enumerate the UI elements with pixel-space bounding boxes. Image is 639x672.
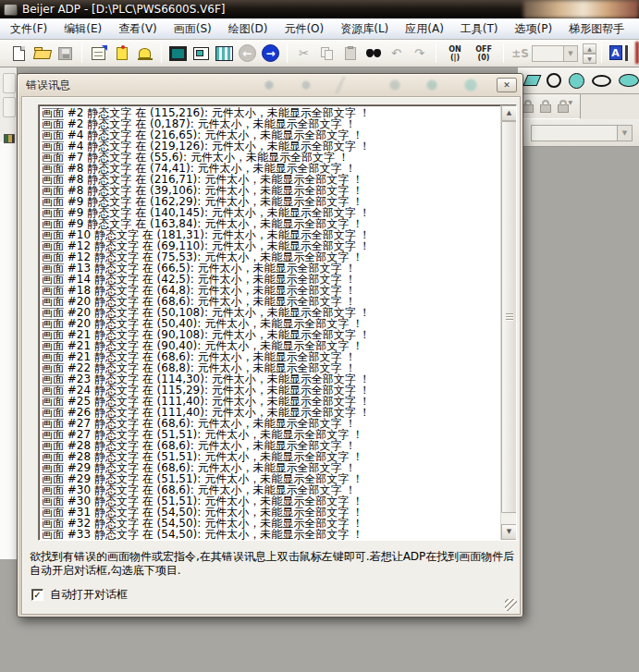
lock-icon[interactable] xyxy=(522,104,534,113)
text-tool-button[interactable]: A xyxy=(607,42,630,65)
toolbox-button[interactable] xyxy=(3,73,16,93)
close-icon: ✕ xyxy=(503,80,510,90)
menu-item[interactable]: 编辑(E) xyxy=(55,18,110,39)
error-listbox[interactable]: 画面 #2 静态文字 在 (115,216): 元件太小，未能显示全部文字 ！画… xyxy=(38,104,517,541)
vertical-scrollbar[interactable]: ▲ ▼ xyxy=(500,105,516,540)
prev-screen-button[interactable]: ← xyxy=(236,42,259,65)
binoculars-icon xyxy=(366,49,381,58)
checkmark-icon: ✓ xyxy=(33,590,41,600)
screen-view-button[interactable] xyxy=(190,42,213,65)
copy-icon xyxy=(321,47,334,60)
cut-icon: ✂ xyxy=(299,46,309,60)
toolbar-edge-artifact xyxy=(635,42,639,64)
cut-button[interactable]: ✂ xyxy=(292,42,315,65)
app-icon xyxy=(4,4,18,16)
dialog-client-area: 画面 #2 静态文字 在 (115,216): 元件太小，未能显示全部文字 ！画… xyxy=(21,96,521,615)
toolbar-separator xyxy=(287,43,288,63)
dialog-close-button[interactable]: ✕ xyxy=(497,78,517,92)
menu-item[interactable]: 查看(V) xyxy=(110,18,166,39)
scroll-up-icon: ▲ xyxy=(507,109,511,116)
off-button-label: OFF(0) xyxy=(475,45,492,62)
tag-button[interactable] xyxy=(110,42,133,65)
menu-bar: 文件(F)编辑(E)查看(V)画面(S)绘图(D)元件(O)资源库(L)应用(A… xyxy=(0,18,639,40)
auto-open-checkbox-label: 自动打开对话框 xyxy=(50,587,128,603)
spinner-down-icon[interactable]: ▼ xyxy=(583,54,596,64)
auto-open-checkbox[interactable]: ✓ xyxy=(31,589,43,601)
back-arrow-icon: ← xyxy=(239,44,256,62)
error-list: 画面 #2 静态文字 在 (115,216): 元件太小，未能显示全部文字 ！画… xyxy=(42,107,498,540)
screen-rect-icon xyxy=(169,46,187,61)
menu-item[interactable]: 梯形图帮手 xyxy=(560,18,633,39)
find-button[interactable] xyxy=(362,42,385,65)
dialog-hint-text: 欲找到有错误的画面物件或宏指令,在其错误讯息上双击鼠标左键即可.若想让ADP在找… xyxy=(30,550,518,578)
dialog-titlebar[interactable]: 错误讯息 xyxy=(18,74,522,96)
paste-button[interactable] xyxy=(338,42,362,65)
properties-button[interactable] xyxy=(87,42,110,65)
menu-item[interactable]: 画面(S) xyxy=(166,18,220,39)
screen-editor-button[interactable] xyxy=(166,42,190,65)
ellipse-filled-tool-icon[interactable] xyxy=(619,74,639,87)
scrollbar-up-button[interactable]: ▲ xyxy=(501,105,517,121)
bell-icon xyxy=(139,48,151,58)
copy-button[interactable] xyxy=(315,42,338,65)
menu-item[interactable]: 窗口(W) xyxy=(633,18,639,39)
new-file-icon xyxy=(13,46,25,61)
properties-icon xyxy=(92,47,105,60)
scrollbar-down-button[interactable]: ▼ xyxy=(501,524,517,540)
toolbar-separator xyxy=(161,43,162,63)
undo-button[interactable]: ↶ xyxy=(385,42,408,65)
error-row[interactable]: 画面 #33 静态文字 在 (54,50): 元件太小，未能显示全部文字 ！ xyxy=(42,529,498,540)
combo-dropdown-icon: ▼ xyxy=(563,46,577,61)
toolbar-combobox[interactable]: ▼ xyxy=(532,45,578,62)
app-window: Beijer ADP - [D:\PLC\PWS6600S.V6F] 文件(F)… xyxy=(0,0,639,672)
background-window-blur xyxy=(523,0,639,18)
menu-item[interactable]: 文件(F) xyxy=(2,18,55,39)
redo-icon: ↷ xyxy=(414,46,424,60)
save-button[interactable] xyxy=(54,42,77,65)
circle-outline-tool-icon[interactable] xyxy=(547,73,561,88)
menu-item[interactable]: 资源库(L) xyxy=(332,18,397,39)
menu-item[interactable]: 元件(O) xyxy=(276,18,332,39)
off-button[interactable]: OFF(0) xyxy=(469,42,498,65)
next-screen-button[interactable]: → xyxy=(259,42,282,65)
toolbar-filler xyxy=(581,94,639,119)
zoom-spinner[interactable]: ▲ ▼ xyxy=(583,43,596,64)
tag-icon xyxy=(117,47,128,60)
dialog-title: 错误讯息 xyxy=(18,78,70,93)
toolbar-separator xyxy=(503,43,504,63)
new-file-button[interactable] xyxy=(7,42,31,65)
forward-arrow-icon: → xyxy=(262,44,279,62)
spinner-up-icon[interactable]: ▲ xyxy=(583,43,596,54)
drawing-shapes-toolbar xyxy=(518,67,639,94)
menu-item[interactable]: 工具(T) xyxy=(452,18,507,39)
grid-button[interactable] xyxy=(213,42,236,65)
state-combo-dropdown-icon: ▼ xyxy=(617,126,632,141)
redo-button[interactable]: ↷ xyxy=(408,42,431,65)
dialog-resize-grip[interactable] xyxy=(505,599,517,611)
circle-filled-tool-icon[interactable] xyxy=(569,73,584,89)
alarm-button[interactable] xyxy=(133,42,156,65)
scrollbar-thumb[interactable] xyxy=(501,121,517,513)
on-button[interactable]: ON(|) xyxy=(441,42,469,65)
plus-minus-s-label: ±S xyxy=(511,47,529,60)
unlock-icon[interactable] xyxy=(540,104,551,113)
toolbar-separator xyxy=(81,43,82,63)
paste-icon xyxy=(345,47,356,60)
ellipse-outline-tool-icon[interactable] xyxy=(592,75,611,87)
error-message-dialog: 错误讯息 ✕ 画面 #2 静态文字 在 (115,216): 元件太小，未能显示… xyxy=(17,73,523,617)
state-combo-toolbar: ▼ xyxy=(518,119,639,147)
parallelogram-tool-icon[interactable] xyxy=(523,75,542,86)
on-button-label: ON(|) xyxy=(449,45,461,62)
lock-options-icon[interactable]: ▼ xyxy=(558,104,569,113)
toolbar-separator xyxy=(601,43,602,63)
menu-item[interactable]: 绘图(D) xyxy=(220,18,276,39)
toolbox-button[interactable] xyxy=(3,97,16,117)
lock-toolbar: ▼ xyxy=(518,94,581,119)
set-value-button[interactable]: ±S xyxy=(509,42,532,65)
state-combobox[interactable]: ▼ xyxy=(531,125,633,141)
left-panel-sliver xyxy=(0,67,18,559)
menu-item[interactable]: 应用(A) xyxy=(397,18,452,39)
main-toolbar: ← → ✂ ↶ ↷ ON(|) OFF(0) ±S ▼ ▲ ▼ A xyxy=(0,40,639,67)
open-file-button[interactable] xyxy=(31,42,54,65)
menu-item[interactable]: 选项(P) xyxy=(507,18,561,39)
